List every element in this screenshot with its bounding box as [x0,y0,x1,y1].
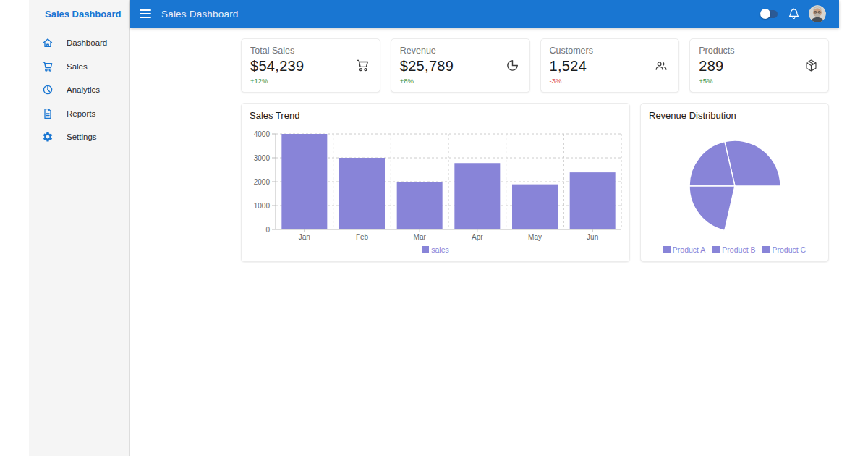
theme-toggle[interactable] [762,10,778,18]
legend-item: Product A [663,245,706,254]
x-tick-label: Mar [414,233,427,241]
pie-slice [689,186,735,230]
stat-label: Products [699,46,820,56]
sidebar-item-dashboard[interactable]: Dashboard [29,31,129,55]
y-tick-label: 3000 [254,154,271,162]
page: Sales Dashboard Dashboard Sales Analytic… [0,0,868,456]
sidebar: Sales Dashboard Dashboard Sales Analytic… [29,0,130,456]
sidebar-menu: Dashboard Sales Analytics Reports [29,31,129,149]
legend-item: Product C [762,245,806,254]
bell-icon[interactable] [788,8,799,20]
sales-trend-card: Sales Trend 01000200030004000JanFebMarAp… [241,103,630,262]
sidebar-item-label: Reports [67,109,95,118]
main-content: Total Sales $54,239 +12% Revenue $25,789… [241,28,829,262]
appbar: Sales Dashboard [130,0,839,28]
gear-icon [42,131,54,143]
revenue-distribution-chart [641,104,830,263]
stats-row: Total Sales $54,239 +12% Revenue $25,789… [241,38,829,93]
stat-card-revenue: Revenue $25,789 +8% [391,38,530,93]
x-tick-label: Feb [356,233,369,241]
stat-label: Revenue [400,46,521,56]
charts-row: Sales Trend 01000200030004000JanFebMarAp… [241,103,829,262]
report-icon [42,108,54,119]
y-tick-label: 0 [265,226,270,234]
appbar-actions [762,5,826,22]
bar [339,158,385,229]
menu-icon[interactable] [140,9,151,18]
sidebar-item-label: Settings [67,132,97,141]
legend-label: sales [431,245,449,254]
stat-card-customers: Customers 1,524 -3% [540,38,680,93]
stat-value: $54,239 [250,58,371,75]
legend-label: Product C [772,245,806,254]
stat-card-total-sales: Total Sales $54,239 +12% [241,38,380,93]
x-tick-label: May [528,233,542,241]
legend-item: sales [422,245,449,254]
pie-chart-icon [42,84,54,96]
stat-delta: -3% [550,77,671,85]
x-tick-label: Jun [587,233,598,241]
x-tick-label: Apr [472,233,483,241]
sidebar-title: Sales Dashboard [29,0,129,20]
bar [454,163,500,229]
people-icon [654,59,668,76]
legend-label: Product A [673,245,706,254]
stat-delta: +8% [400,77,521,85]
legend-swatch-icon [762,246,770,253]
bar [397,182,443,229]
package-icon [804,59,818,75]
bar [281,134,327,229]
legend-item: Product B [712,245,755,254]
legend-swatch-icon [422,246,429,253]
stat-label: Total Sales [250,46,371,56]
x-tick-label: Jan [299,233,310,241]
cart-icon [42,61,54,72]
stat-value: 289 [699,58,820,75]
sidebar-item-label: Sales [67,62,88,71]
sidebar-item-label: Dashboard [67,38,107,47]
home-icon [42,37,54,48]
cart-icon [356,59,370,75]
y-tick-label: 4000 [254,130,271,138]
stat-delta: +5% [699,77,820,85]
legend-swatch-icon [663,246,671,253]
sidebar-item-label: Analytics [67,85,100,94]
stat-card-products: Products 289 +5% [689,38,829,93]
bar [512,185,558,229]
y-tick-label: 1000 [254,202,271,210]
sidebar-item-sales[interactable]: Sales [29,55,129,79]
pie-chart-icon [506,59,519,75]
stat-value: 1,524 [550,58,671,75]
revenue-distribution-legend: Product AProduct BProduct C [641,245,828,254]
sidebar-item-settings[interactable]: Settings [29,125,129,149]
y-tick-label: 2000 [254,178,271,186]
toggle-thumb [760,9,770,19]
legend-label: Product B [722,245,755,254]
appbar-title: Sales Dashboard [161,9,239,20]
revenue-distribution-card: Revenue Distribution Product AProduct BP… [640,103,829,262]
stat-label: Customers [550,46,671,56]
sidebar-item-analytics[interactable]: Analytics [29,78,129,102]
stat-delta: +12% [250,77,371,85]
user-avatar[interactable] [809,5,826,22]
bar [570,172,616,229]
sales-trend-chart: 01000200030004000JanFebMarAprMayJun [242,104,631,263]
sidebar-item-reports[interactable]: Reports [29,102,129,126]
legend-swatch-icon [712,246,720,253]
stat-value: $25,789 [400,58,521,75]
sales-trend-legend: sales [242,245,629,254]
